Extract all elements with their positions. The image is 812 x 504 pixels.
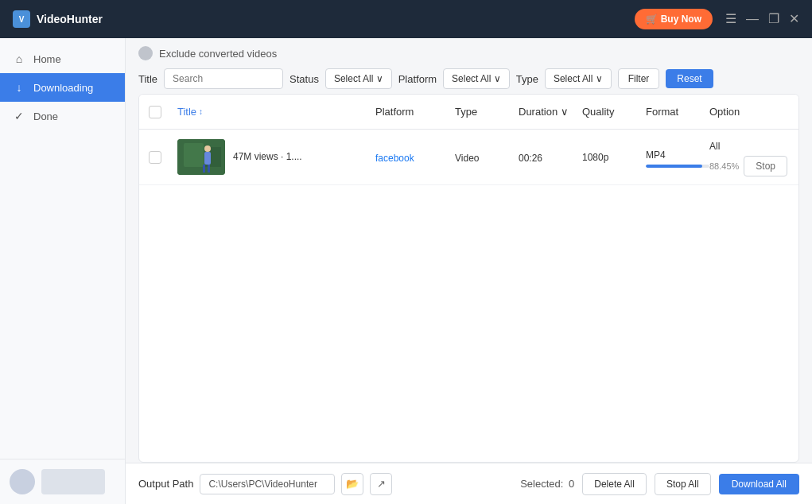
format-value-section: MP4 bbox=[646, 147, 709, 161]
output-path-input[interactable] bbox=[200, 474, 335, 494]
platform-cell: facebook bbox=[375, 150, 455, 165]
format-value: MP4 bbox=[646, 149, 666, 161]
sidebar-item-done[interactable]: ✓ Done bbox=[0, 102, 125, 130]
home-icon: ⌂ bbox=[13, 52, 25, 65]
stop-all-button[interactable]: Stop All bbox=[655, 473, 711, 495]
header-quality: Quality bbox=[582, 106, 646, 118]
row-checkbox-cell bbox=[149, 151, 177, 164]
folder-icon: 📂 bbox=[346, 478, 359, 490]
filter-button[interactable]: Filter bbox=[618, 68, 660, 89]
header-option: Option bbox=[709, 106, 789, 118]
export-path-button[interactable]: ↗ bbox=[370, 473, 392, 495]
reset-button[interactable]: Reset bbox=[666, 69, 713, 88]
header-type: Type bbox=[455, 106, 519, 118]
option-all: All bbox=[709, 141, 720, 152]
window-controls: ☰ — ❐ ✕ bbox=[725, 13, 799, 25]
output-path-section: Output Path 📂 ↗ bbox=[138, 473, 392, 495]
delete-all-button[interactable]: Delete All bbox=[582, 473, 647, 495]
svg-rect-4 bbox=[204, 152, 211, 165]
main-layout: ⌂ Home ↓ Downloading ✓ Done bbox=[0, 38, 812, 504]
quality-cell: 1080p bbox=[582, 152, 646, 163]
sidebar: ⌂ Home ↓ Downloading ✓ Done bbox=[0, 38, 126, 504]
titlebar: V VideoHunter 🛒 Buy Now ☰ — ❐ ✕ bbox=[0, 0, 812, 38]
video-thumbnail bbox=[177, 139, 225, 175]
status-label: Status bbox=[289, 73, 319, 85]
sidebar-item-label-home: Home bbox=[33, 53, 61, 65]
bottom-bar: Output Path 📂 ↗ Selected: 0 Delete All bbox=[126, 463, 812, 504]
video-thumb-cell: 47M views · 1.... bbox=[177, 133, 375, 181]
export-icon: ↗ bbox=[377, 478, 386, 490]
thumb-image bbox=[177, 139, 225, 175]
download-all-button[interactable]: Download All bbox=[719, 474, 799, 494]
svg-point-3 bbox=[204, 145, 211, 152]
platform-label: Platform bbox=[398, 73, 437, 85]
output-label: Output Path bbox=[138, 478, 193, 490]
status-select[interactable]: Select All ∨ bbox=[325, 68, 392, 89]
duration-value: 00:26 bbox=[519, 153, 542, 164]
user-section bbox=[10, 469, 115, 494]
exclude-toggle[interactable] bbox=[138, 46, 153, 60]
platform-name[interactable]: facebook bbox=[375, 153, 414, 164]
maximize-button[interactable]: ❐ bbox=[768, 13, 779, 25]
progress-percent: 88.45% bbox=[709, 161, 739, 171]
download-icon: ↓ bbox=[13, 81, 25, 94]
sidebar-item-home[interactable]: ⌂ Home bbox=[0, 45, 125, 73]
titlebar-left: V VideoHunter bbox=[13, 10, 103, 28]
title-label: Title bbox=[138, 73, 157, 85]
filter-row: Title Status Select All ∨ Platform Selec… bbox=[138, 68, 799, 89]
folder-open-button[interactable]: 📂 bbox=[341, 473, 363, 495]
app-title: VideoHunter bbox=[37, 13, 103, 25]
content-inner: Exclude converted videos Title Status Se… bbox=[126, 38, 812, 504]
header-platform: Platform bbox=[375, 106, 455, 118]
user-info bbox=[41, 469, 105, 494]
sidebar-footer bbox=[0, 459, 125, 504]
select-all-checkbox[interactable] bbox=[149, 106, 161, 118]
option-cell: All 88.45% Stop bbox=[709, 138, 789, 176]
header-format: Format bbox=[646, 106, 709, 118]
option-actions: 88.45% Stop bbox=[709, 156, 789, 176]
app-logo: V bbox=[13, 10, 30, 28]
top-bar: Exclude converted videos Title Status Se… bbox=[126, 38, 812, 94]
title-sort-icon: ↕ bbox=[199, 107, 203, 116]
table-header: Title ↕ Platform Type Duration ∨ Quality… bbox=[139, 95, 798, 130]
platform-select[interactable]: Select All ∨ bbox=[443, 68, 510, 89]
selected-count-label: Selected: 0 bbox=[520, 478, 574, 490]
user-avatar bbox=[10, 469, 35, 494]
video-title: 47M views · 1.... bbox=[233, 150, 302, 164]
table-container: Title ↕ Platform Type Duration ∨ Quality… bbox=[138, 94, 799, 463]
progress-bar-fill bbox=[646, 165, 702, 168]
bottom-right: Selected: 0 Delete All Stop All Download… bbox=[520, 473, 799, 495]
sidebar-nav: ⌂ Home ↓ Downloading ✓ Done bbox=[0, 38, 125, 459]
header-duration: Duration ∨ bbox=[519, 106, 582, 118]
search-input[interactable] bbox=[164, 68, 283, 89]
sidebar-item-label-downloading: Downloading bbox=[33, 82, 93, 94]
format-progress-cell: MP4 bbox=[646, 147, 709, 168]
exclude-row: Exclude converted videos bbox=[138, 46, 799, 60]
done-icon: ✓ bbox=[13, 110, 25, 122]
sidebar-item-label-done: Done bbox=[33, 110, 58, 122]
buy-now-button[interactable]: 🛒 Buy Now bbox=[635, 9, 713, 29]
type-label: Type bbox=[516, 73, 538, 85]
type-value: Video bbox=[455, 153, 479, 164]
row-checkbox[interactable] bbox=[149, 151, 161, 164]
progress-bar-bg bbox=[646, 165, 709, 168]
sidebar-item-downloading[interactable]: ↓ Downloading bbox=[0, 73, 125, 102]
quality-value: 1080p bbox=[582, 152, 646, 163]
type-select[interactable]: Select All ∨ bbox=[545, 68, 612, 89]
svg-rect-5 bbox=[203, 165, 205, 173]
close-button[interactable]: ✕ bbox=[789, 13, 799, 25]
exclude-label: Exclude converted videos bbox=[159, 48, 277, 60]
header-checkbox-cell bbox=[149, 106, 177, 118]
titlebar-right: 🛒 Buy Now ☰ — ❐ ✕ bbox=[635, 9, 799, 29]
duration-cell: 00:26 bbox=[519, 150, 582, 165]
table-row: 47M views · 1.... facebook Video 00:26 1… bbox=[139, 130, 798, 185]
header-title: Title ↕ bbox=[177, 106, 375, 118]
stop-button[interactable]: Stop bbox=[744, 156, 787, 176]
content-area: Exclude converted videos Title Status Se… bbox=[126, 38, 812, 504]
svg-rect-1 bbox=[184, 143, 204, 167]
type-cell: Video bbox=[455, 150, 519, 165]
menu-button[interactable]: ☰ bbox=[725, 13, 736, 25]
svg-rect-6 bbox=[208, 165, 210, 173]
minimize-button[interactable]: — bbox=[746, 13, 759, 25]
